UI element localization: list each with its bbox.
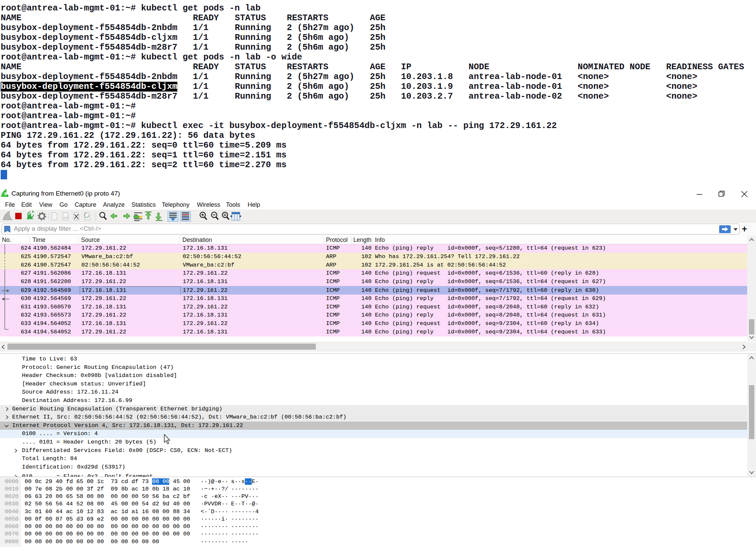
svg-text:010: 010 [64,216,68,219]
